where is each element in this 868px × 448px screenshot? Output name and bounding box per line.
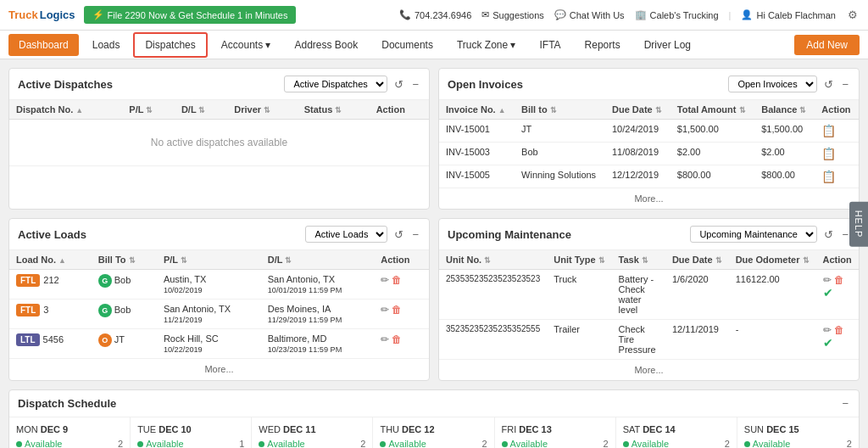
- upcoming-maintenance-refresh[interactable]: ↺: [822, 228, 835, 241]
- active-loads-collapse[interactable]: −: [410, 228, 420, 241]
- phone-item[interactable]: 📞 704.234.6946: [399, 9, 471, 20]
- active-loads-select[interactable]: Active Loads: [305, 226, 387, 243]
- balance: $800.00: [754, 165, 815, 188]
- load-action[interactable]: ✏ 🗑: [374, 270, 429, 300]
- nav-accounts[interactable]: Accounts ▾: [211, 34, 281, 56]
- nav-ifta[interactable]: IFTA: [530, 34, 571, 56]
- invoice-action-icon[interactable]: 📋: [821, 124, 836, 137]
- availability-item[interactable]: Available 1: [137, 439, 244, 448]
- delete-icon-maint[interactable]: 🗑: [834, 274, 844, 286]
- nav-truck-zone[interactable]: Truck Zone ▾: [447, 34, 526, 56]
- loads-more-button[interactable]: More...: [9, 359, 429, 379]
- invoice-action[interactable]: 📋: [815, 165, 859, 188]
- open-invoices-collapse[interactable]: −: [840, 78, 850, 91]
- open-invoices-header: Open Invoices Open Invoices ↺ −: [439, 69, 859, 100]
- col-action-loads: Action: [374, 250, 429, 270]
- phone-number: 704.234.6946: [415, 10, 471, 20]
- delete-icon[interactable]: 🗑: [392, 304, 402, 316]
- invoice-action-icon[interactable]: 📋: [821, 147, 836, 160]
- col-due-odometer: Due Odometer ⇅: [729, 250, 816, 270]
- load-row: FTL3 GBob San Antonio, TX11/21/2019 Des …: [9, 300, 429, 329]
- maintenance-more-button[interactable]: More...: [439, 360, 859, 380]
- nav-reports[interactable]: Reports: [575, 34, 631, 56]
- available-label: Available: [753, 439, 790, 448]
- edit-icon[interactable]: ✏: [381, 333, 389, 345]
- availability-item[interactable]: Available 2: [259, 439, 365, 448]
- col-status: Status ⇅: [298, 100, 370, 120]
- total-amount: $800.00: [670, 165, 754, 188]
- suggestions-item[interactable]: ✉ Suggestions: [481, 9, 544, 20]
- nav-loads[interactable]: Loads: [82, 34, 131, 56]
- maintenance-row: 35235235235235352555 Trailer Check Tire …: [439, 320, 859, 360]
- active-dispatches-table: Dispatch No. ▲ P/L ⇅ D/L ⇅ Driver ⇅ Stat…: [9, 100, 429, 166]
- availability-item[interactable]: Available 2: [16, 439, 123, 448]
- maint-action[interactable]: ✏ 🗑 ✔: [816, 270, 859, 320]
- available-count: 2: [118, 439, 123, 448]
- open-invoices-refresh[interactable]: ↺: [822, 78, 835, 91]
- col-action: Action: [370, 100, 429, 120]
- day-name: SAT: [623, 424, 643, 434]
- invoice-no: INV-15001: [439, 120, 515, 143]
- invoice-action-icon[interactable]: 📋: [821, 170, 836, 183]
- nav-address-book[interactable]: Address Book: [285, 34, 369, 56]
- due-date: 12/12/2019: [605, 165, 670, 188]
- edit-icon-maint[interactable]: ✏: [823, 324, 832, 336]
- availability-item[interactable]: Available 2: [502, 439, 609, 448]
- help-tab[interactable]: HELP: [849, 202, 868, 247]
- delete-icon[interactable]: 🗑: [392, 333, 402, 345]
- settings-button[interactable]: ⚙: [846, 8, 860, 21]
- company-item[interactable]: 🏢 Caleb's Trucking: [635, 9, 719, 20]
- maint-action[interactable]: ✏ 🗑 ✔: [816, 320, 859, 360]
- availability-item[interactable]: Available 2: [380, 439, 487, 448]
- upcoming-maintenance-select[interactable]: Upcoming Maintenance: [690, 226, 817, 243]
- promo-label: File 2290 Now & Get Schedule 1 in Minute…: [108, 10, 288, 20]
- add-new-button[interactable]: Add New: [794, 35, 860, 55]
- col-balance: Balance ⇅: [754, 100, 815, 120]
- balance: $2.00: [754, 143, 815, 165]
- top-bar-right: 📞 704.234.6946 ✉ Suggestions 💬 Chat With…: [399, 8, 860, 21]
- invoices-more-button[interactable]: More...: [439, 188, 859, 209]
- user-item[interactable]: 👤 Hi Caleb Flachman: [741, 9, 836, 20]
- day-date: DEC 15: [766, 424, 799, 434]
- nav-documents[interactable]: Documents: [371, 34, 443, 56]
- open-invoices-select[interactable]: Open Invoices: [728, 76, 817, 92]
- upcoming-maintenance-panel: Upcoming Maintenance Upcoming Maintenanc…: [438, 218, 860, 381]
- active-dispatches-select[interactable]: Active Dispatches: [284, 76, 387, 92]
- nav-dashboard[interactable]: Dashboard: [8, 34, 79, 56]
- delete-icon-maint[interactable]: 🗑: [834, 324, 844, 336]
- day-date: DEC 9: [41, 424, 68, 434]
- due-odometer: 116122.00: [729, 270, 816, 320]
- nav-driver-log[interactable]: Driver Log: [634, 34, 701, 56]
- chat-label: Chat With Us: [570, 10, 625, 20]
- invoice-action[interactable]: 📋: [815, 143, 859, 165]
- load-action[interactable]: ✏ 🗑: [374, 300, 429, 329]
- chat-item[interactable]: 💬 Chat With Us: [554, 9, 625, 20]
- invoice-action[interactable]: 📋: [815, 120, 859, 143]
- due-odometer: -: [729, 320, 816, 360]
- active-loads-refresh[interactable]: ↺: [392, 228, 405, 241]
- availability-item[interactable]: Available 2: [623, 439, 730, 448]
- check-icon-maint[interactable]: ✔: [823, 336, 833, 350]
- available-label: Available: [146, 439, 183, 448]
- edit-icon[interactable]: ✏: [381, 304, 389, 316]
- open-invoices-table: Invoice No. ▲ Bill to ⇅ Due Date ⇅ Total…: [439, 100, 859, 188]
- promo-button[interactable]: ⚡ File 2290 Now & Get Schedule 1 in Minu…: [84, 6, 297, 24]
- active-dispatches-collapse[interactable]: −: [410, 78, 420, 91]
- col-due-date-maint: Due Date ⇅: [665, 250, 729, 270]
- schedule-day-header: MON DEC 9: [16, 424, 123, 434]
- logo-truck: Truck: [8, 8, 38, 21]
- active-dispatches-refresh[interactable]: ↺: [392, 78, 405, 91]
- delete-icon[interactable]: 🗑: [392, 274, 402, 286]
- schedule-collapse[interactable]: −: [840, 397, 850, 410]
- edit-icon[interactable]: ✏: [381, 274, 389, 286]
- day-name: WED: [259, 424, 283, 434]
- active-dispatches-title: Active Dispatches: [18, 78, 113, 91]
- availability-item[interactable]: Available 2: [744, 439, 852, 448]
- load-action[interactable]: ✏ 🗑: [374, 329, 429, 359]
- invoice-no: INV-15003: [439, 143, 515, 165]
- schedule-day: THU DEC 12 Available 2: [373, 417, 494, 448]
- check-icon-maint[interactable]: ✔: [823, 286, 833, 300]
- col-dl: D/L ⇅: [175, 100, 227, 120]
- nav-dispatches[interactable]: Dispatches: [133, 32, 207, 58]
- edit-icon-maint[interactable]: ✏: [823, 274, 832, 286]
